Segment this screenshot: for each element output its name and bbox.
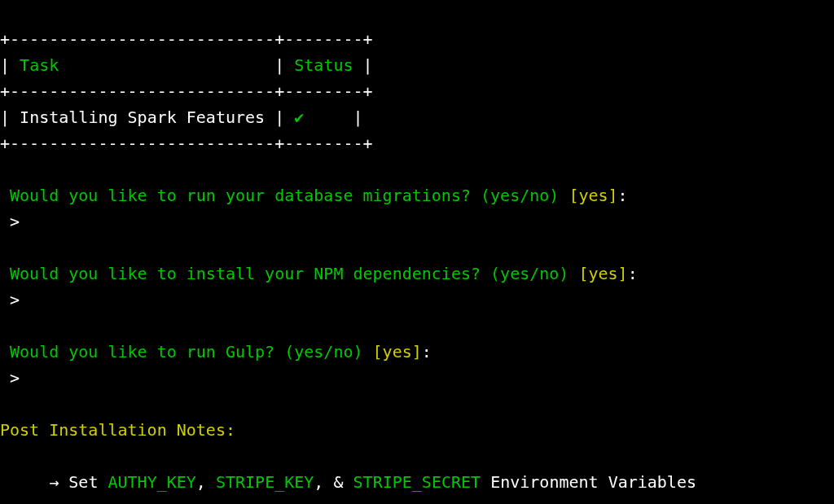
note-suffix: Environment Variables [481, 472, 696, 492]
pipe: | [363, 55, 373, 75]
prompt-question-1: Would you like to run your database migr… [0, 186, 568, 205]
pad [59, 55, 274, 75]
prompt-default-2: yes [588, 264, 617, 283]
pad [353, 55, 363, 75]
colon: : [422, 342, 432, 362]
pad [304, 107, 353, 127]
colon: : [618, 186, 628, 205]
prompt-caret[interactable]: > [0, 212, 29, 231]
bracket: [ [568, 186, 578, 205]
pipe: | [0, 55, 10, 75]
pad [265, 107, 274, 127]
table-header-task: Task [20, 55, 59, 75]
prompt-question-3: Would you like to run Gulp? (yes/no) [0, 342, 373, 362]
pipe: | [274, 107, 284, 127]
env-var-2: STRIPE_KEY [216, 472, 314, 492]
colon: : [628, 264, 638, 283]
env-var-3: STRIPE_SECRET [353, 472, 481, 492]
prompt-caret[interactable]: > [0, 368, 29, 388]
comma: , [314, 472, 333, 492]
table-border-bottom: +---------------------------+--------+ [0, 134, 373, 153]
table-header-status: Status [294, 55, 353, 75]
table-row-task: Installing Spark Features [20, 107, 265, 127]
prompt-question-2: Would you like to install your NPM depen… [0, 264, 578, 283]
prompt-default-1: yes [578, 186, 608, 205]
comma: , [196, 472, 216, 492]
arrow-icon: → [0, 472, 68, 492]
env-var-1: AUTHY_KEY [108, 472, 195, 492]
pipe: | [274, 55, 284, 75]
note-text: Set [68, 472, 108, 492]
table-border-top: +---------------------------+--------+ [0, 29, 373, 49]
ampersand: & [333, 472, 353, 492]
bracket: ] [412, 342, 422, 362]
checkmark-icon: ✔ [294, 107, 304, 127]
bracket: ] [608, 186, 618, 205]
prompt-default-3: yes [383, 342, 412, 362]
section-title: Post Installation Notes: [0, 420, 235, 440]
table-border-mid: +---------------------------+--------+ [0, 81, 373, 101]
pipe: | [0, 107, 10, 127]
bracket: ] [618, 264, 628, 283]
prompt-caret[interactable]: > [0, 290, 29, 309]
terminal-output: +---------------------------+--------+ |… [0, 0, 834, 495]
pipe: | [353, 107, 363, 127]
bracket: [ [373, 342, 383, 362]
bracket: [ [578, 264, 588, 283]
